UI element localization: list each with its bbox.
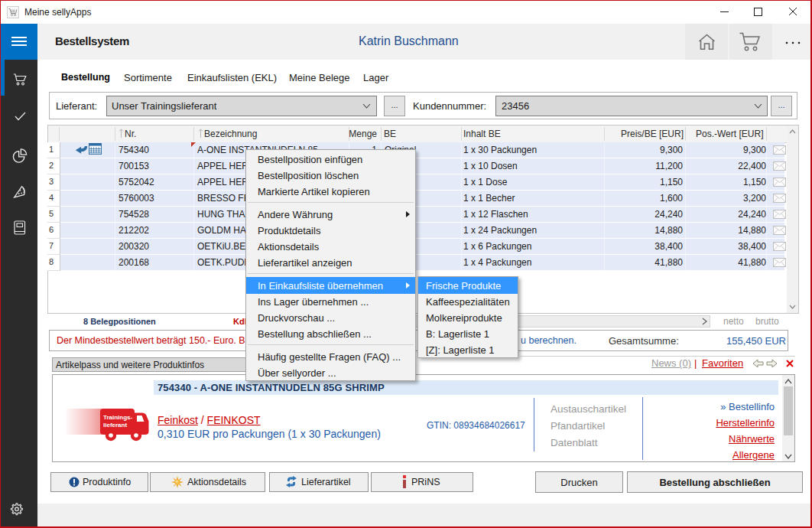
svg-text:lieferant: lieferant [103,422,127,429]
svg-text:Trainings-: Trainings- [103,414,133,421]
